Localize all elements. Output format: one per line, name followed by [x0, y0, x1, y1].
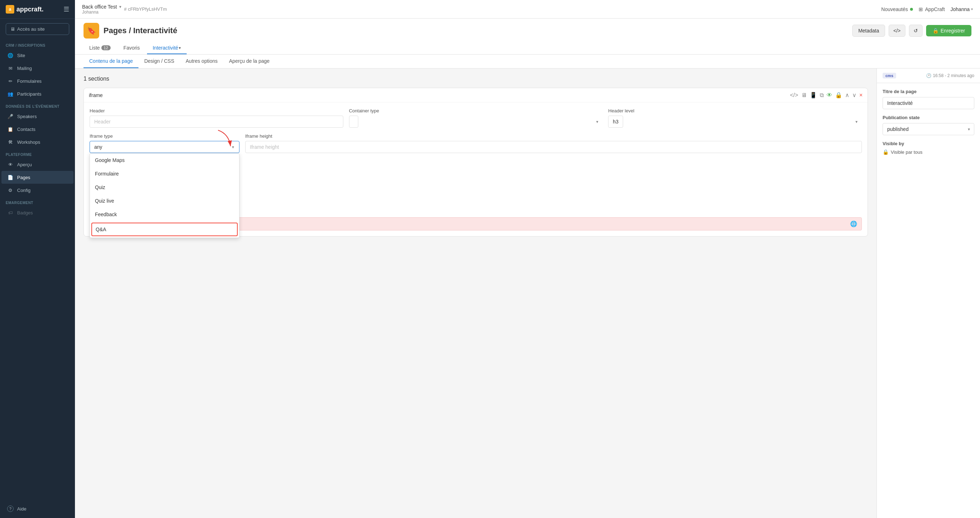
publication-select[interactable]: published — [883, 123, 974, 135]
sidebar-item-speakers[interactable]: 🎤 Speakers — [2, 110, 73, 123]
project-dropdown-icon[interactable]: ▾ — [119, 4, 121, 9]
tab-contenu[interactable]: Contenu de la page — [84, 55, 138, 68]
sidebar-item-label: Pages — [17, 175, 30, 180]
iframe-type-trigger[interactable]: any ▼ — [89, 141, 239, 153]
sidebar-item-label: Formulaires — [17, 78, 42, 84]
view-icon[interactable]: 👁 — [827, 92, 832, 99]
tab-design[interactable]: Design / CSS — [138, 55, 180, 68]
dropdown-item-quiz-live[interactable]: Quiz live — [90, 194, 239, 208]
section-label-emargement: EMARGEMENT — [0, 197, 75, 206]
topbar: Back office Test ▾ Johanna # cFRbYPfyLsH… — [75, 0, 980, 19]
iframe-type-label: Iframe type — [89, 133, 239, 139]
time-value: 16:58 - 2 minutes ago — [933, 73, 974, 78]
section-label-crm: CRM / INSCRIPTIONS — [0, 39, 75, 49]
sidebar: a appcraft. ☰ 🖥 Accès au site CRM / INSC… — [0, 0, 75, 518]
sidebar-item-config[interactable]: ⚙ Config — [2, 184, 73, 197]
right-panel-header: cms 🕐 16:58 - 2 minutes ago — [877, 68, 980, 83]
visible-by-row: 🔒 Visible par tous — [883, 149, 974, 155]
sidebar-item-apercu[interactable]: 👁 Aperçu — [2, 158, 73, 171]
nouveautes-area[interactable]: Nouveautés — [881, 6, 913, 12]
metadata-button[interactable]: Metadata — [852, 25, 885, 37]
dropdown-item-google-maps[interactable]: Google Maps — [90, 153, 239, 167]
globe-url-icon: 🌐 — [850, 221, 857, 227]
dropdown-item-quiz[interactable]: Quiz — [90, 181, 239, 194]
sidebar-item-pages[interactable]: 📄 Pages — [2, 171, 73, 184]
dropdown-item-feedback[interactable]: Feedback — [90, 208, 239, 221]
header-input[interactable] — [89, 116, 343, 128]
page-title: Pages / Interactivité — [103, 26, 177, 35]
right-panel: cms 🕐 16:58 - 2 minutes ago Titre de la … — [877, 68, 980, 518]
section-label-donnees: DONNÉES DE L'ÉVÉNEMENT — [0, 100, 75, 110]
sidebar-item-label: Workshops — [17, 140, 40, 145]
appcraft-area[interactable]: ⊞ AppCraft — [919, 6, 945, 12]
mobile-icon[interactable]: 📱 — [810, 92, 817, 99]
down-icon[interactable]: ∨ — [852, 92, 856, 99]
logo-icon: a — [6, 5, 14, 14]
sidebar-item-badges: 🏷 Badges — [2, 206, 73, 219]
sidebar-item-participants[interactable]: 👥 Participants — [2, 87, 73, 100]
right-panel-time: 🕐 16:58 - 2 minutes ago — [926, 73, 974, 78]
header-level-select[interactable]: h3 — [608, 116, 623, 128]
project-info: Back office Test ▾ Johanna — [82, 4, 121, 14]
visible-by-value: Visible par tous — [891, 149, 923, 155]
tab-interactivite[interactable]: Interactivité ▾ — [147, 42, 187, 54]
form-row-2: Iframe type any ▼ Google Maps — [89, 133, 862, 153]
cms-badge: cms — [883, 73, 896, 78]
tab-liste-label: Liste — [89, 45, 100, 51]
edit-icon: ✏ — [7, 78, 14, 84]
sidebar-item-label: Badges — [17, 210, 33, 216]
code-button[interactable]: </> — [889, 25, 905, 37]
user-menu[interactable]: Johanna ▾ — [950, 6, 973, 12]
block-toolbar: iframe </> 🖥 📱 ⧉ 👁 🔒 ∧ ∨ × — [84, 88, 868, 102]
lock-visible-icon: 🔒 — [883, 149, 889, 155]
lock-block-icon[interactable]: 🔒 — [835, 92, 842, 99]
header-level-select-wrapper: h3 — [608, 116, 862, 128]
sidebar-item-label: Contacts — [17, 127, 35, 132]
sidebar-item-site[interactable]: 🌐 Site — [2, 49, 73, 62]
grid-icon: ⊞ — [919, 6, 923, 12]
header-level-group: Header level h3 — [608, 108, 862, 128]
tab-apercu[interactable]: Aperçu de la page — [223, 55, 275, 68]
section-label-plateforme: PLATEFORME — [0, 148, 75, 158]
sidebar-item-workshops[interactable]: 🛠 Workshops — [2, 135, 73, 148]
tab-liste[interactable]: Liste 12 — [84, 42, 116, 54]
tools-icon: 🛠 — [7, 139, 14, 145]
code-block-icon[interactable]: </> — [790, 92, 799, 99]
desktop-icon[interactable]: 🖥 — [801, 92, 807, 99]
users-icon: 👥 — [7, 91, 14, 97]
save-button[interactable]: 🔒 Enregistrer — [926, 25, 971, 37]
iframe-type-value: any — [94, 144, 231, 150]
config-icon: ⚙ — [7, 187, 14, 193]
copy-icon[interactable]: ⧉ — [820, 92, 824, 99]
tab-design-label: Design / CSS — [144, 58, 174, 64]
container-type-select[interactable] — [349, 116, 358, 128]
save-label: Enregistrer — [941, 28, 965, 33]
dropdown-item-formulaire[interactable]: Formulaire — [90, 167, 239, 181]
tab-autres[interactable]: Autres options — [180, 55, 223, 68]
user-chevron-icon: ▾ — [971, 7, 973, 11]
hamburger-icon[interactable]: ☰ — [64, 5, 69, 13]
history-button[interactable]: ↺ — [909, 25, 923, 37]
editor-area: 1 sections iframe </> 🖥 📱 ⧉ 👁 🔒 ∧ — [75, 68, 877, 518]
topbar-username: Johanna — [82, 10, 121, 14]
topbar-right: Nouveautés ⊞ AppCraft Johanna ▾ — [881, 6, 973, 12]
iframe-dropdown-chevron: ▼ — [231, 145, 235, 149]
sidebar-item-contacts[interactable]: 📋 Contacts — [2, 123, 73, 135]
app-logo: a appcraft. — [6, 5, 43, 14]
sidebar-item-formulaires[interactable]: ✏ Formulaires — [2, 75, 73, 87]
iframe-height-input[interactable] — [245, 141, 862, 153]
content-tabs: Contenu de la page Design / CSS Autres o… — [84, 55, 971, 68]
access-site-button[interactable]: 🖥 Accès au site — [6, 23, 69, 35]
tab-favoris[interactable]: Favoris — [118, 42, 146, 54]
globe-icon: 🌐 — [7, 52, 14, 59]
sidebar-item-label: Mailing — [17, 66, 32, 71]
iframe-height-label: Iframe height — [245, 133, 862, 139]
close-block-icon[interactable]: × — [859, 92, 862, 99]
dropdown-item-qanda[interactable]: Q&A — [91, 222, 238, 236]
up-icon[interactable]: ∧ — [845, 92, 850, 99]
titre-input[interactable] — [883, 97, 974, 109]
sidebar-item-label: Speakers — [17, 114, 37, 119]
badge-icon: 🏷 — [7, 210, 14, 216]
sidebar-item-mailing[interactable]: ✉ Mailing — [2, 62, 73, 75]
sidebar-item-aide[interactable]: ? Aide — [2, 502, 73, 515]
